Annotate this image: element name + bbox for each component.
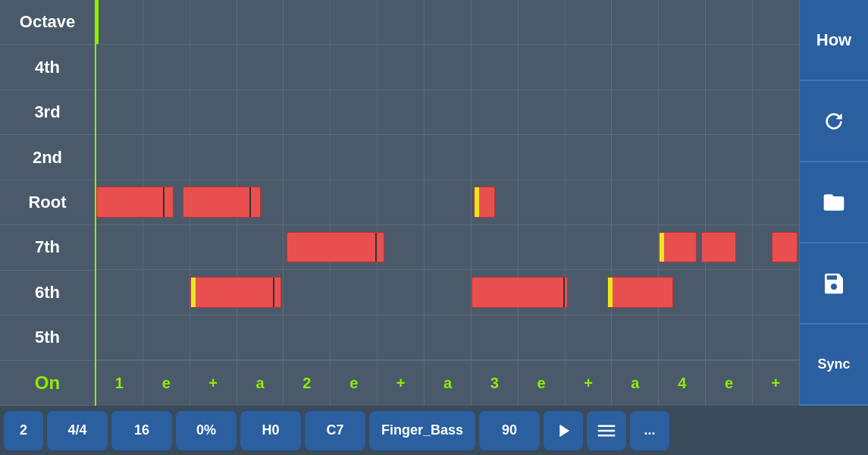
cell[interactable] xyxy=(331,315,378,359)
cell[interactable] xyxy=(472,90,519,134)
cell[interactable] xyxy=(284,315,331,359)
cell[interactable] xyxy=(566,270,613,314)
cell[interactable] xyxy=(659,135,706,179)
cell[interactable] xyxy=(706,270,753,314)
note-block[interactable] xyxy=(607,277,673,308)
cell[interactable] xyxy=(472,0,519,44)
cell[interactable] xyxy=(96,135,143,179)
cell[interactable] xyxy=(331,90,378,134)
cell[interactable] xyxy=(425,45,472,89)
cell[interactable] xyxy=(237,225,284,269)
cell[interactable] xyxy=(378,180,425,224)
cell[interactable] xyxy=(284,270,331,314)
cell[interactable] xyxy=(753,45,800,89)
cell[interactable] xyxy=(706,90,753,134)
grid-row-5th[interactable] xyxy=(96,315,800,360)
cell[interactable] xyxy=(472,315,519,359)
cell[interactable] xyxy=(96,90,143,134)
note-block[interactable] xyxy=(287,232,385,263)
toolbar-c7-button[interactable]: C7 xyxy=(305,411,365,450)
cell[interactable] xyxy=(706,45,753,89)
grid-area[interactable]: 1 e + a 2 e + a 3 e + a 4 e + xyxy=(96,0,800,406)
cell[interactable] xyxy=(190,45,237,89)
grid-row-6th[interactable] xyxy=(96,270,800,315)
cell[interactable] xyxy=(519,90,566,134)
toolbar-16-button[interactable]: 16 xyxy=(111,411,172,450)
cell[interactable] xyxy=(331,270,378,314)
cell[interactable] xyxy=(143,315,190,359)
cell[interactable] xyxy=(566,135,613,179)
cell[interactable] xyxy=(566,45,613,89)
cell[interactable] xyxy=(237,135,284,179)
play-button[interactable] xyxy=(544,411,583,450)
cell[interactable] xyxy=(472,45,519,89)
cell[interactable] xyxy=(659,315,706,359)
cell[interactable] xyxy=(143,225,190,269)
cell[interactable] xyxy=(378,270,425,314)
cell[interactable] xyxy=(143,90,190,134)
cell[interactable] xyxy=(612,135,659,179)
cell[interactable] xyxy=(143,0,190,44)
cell[interactable] xyxy=(612,315,659,359)
toolbar-fingerbass-button[interactable]: Finger_Bass xyxy=(369,411,475,450)
note-block[interactable] xyxy=(772,232,797,263)
cell[interactable] xyxy=(425,180,472,224)
cell[interactable] xyxy=(284,180,331,224)
cell[interactable] xyxy=(425,90,472,134)
cell[interactable] xyxy=(190,315,237,359)
toolbar-0pct-button[interactable]: 0% xyxy=(176,411,237,450)
cell[interactable] xyxy=(96,270,143,314)
cell[interactable] xyxy=(190,225,237,269)
cell[interactable] xyxy=(425,0,472,44)
cell[interactable] xyxy=(284,45,331,89)
cell[interactable] xyxy=(519,135,566,179)
cell[interactable] xyxy=(519,180,566,224)
cell[interactable] xyxy=(378,0,425,44)
cell[interactable] xyxy=(378,315,425,359)
cell[interactable] xyxy=(378,225,425,269)
cell[interactable] xyxy=(96,45,143,89)
toolbar-h0-button[interactable]: H0 xyxy=(240,411,301,450)
cell[interactable] xyxy=(706,135,753,179)
cell[interactable] xyxy=(284,90,331,134)
cell[interactable] xyxy=(378,135,425,179)
how-button[interactable]: How xyxy=(800,0,868,81)
cell[interactable] xyxy=(612,0,659,44)
cell[interactable] xyxy=(284,0,331,44)
cell[interactable] xyxy=(566,90,613,134)
cell[interactable] xyxy=(659,90,706,134)
toolbar-90-button[interactable]: 90 xyxy=(479,411,540,450)
cell[interactable] xyxy=(331,45,378,89)
cell[interactable] xyxy=(659,180,706,224)
toolbar-timesig-button[interactable]: 4/4 xyxy=(47,411,108,450)
grid-row-root[interactable] xyxy=(96,180,800,225)
sync-button[interactable]: Sync xyxy=(800,325,868,406)
cell[interactable] xyxy=(706,315,753,359)
note-block[interactable] xyxy=(472,277,568,308)
cell[interactable] xyxy=(96,0,143,44)
cell[interactable] xyxy=(96,315,143,359)
cell[interactable] xyxy=(519,225,566,269)
cell[interactable] xyxy=(237,315,284,359)
cell[interactable] xyxy=(190,135,237,179)
cell[interactable] xyxy=(612,180,659,224)
cell[interactable] xyxy=(96,225,143,269)
cell[interactable] xyxy=(425,270,472,314)
note-block[interactable] xyxy=(701,232,736,263)
cell[interactable] xyxy=(425,225,472,269)
cell[interactable] xyxy=(659,0,706,44)
cell[interactable] xyxy=(378,90,425,134)
cell[interactable] xyxy=(472,225,519,269)
grid-row-7th[interactable] xyxy=(96,225,800,270)
cell[interactable] xyxy=(753,0,800,44)
cell[interactable] xyxy=(566,180,613,224)
cell[interactable] xyxy=(284,135,331,179)
cell[interactable] xyxy=(566,225,613,269)
cell[interactable] xyxy=(331,135,378,179)
cell[interactable] xyxy=(566,0,613,44)
refresh-button[interactable] xyxy=(800,81,868,162)
more-button[interactable]: ... xyxy=(630,411,669,450)
cell[interactable] xyxy=(566,315,613,359)
note-block[interactable] xyxy=(474,187,495,218)
list-button[interactable] xyxy=(587,411,626,450)
